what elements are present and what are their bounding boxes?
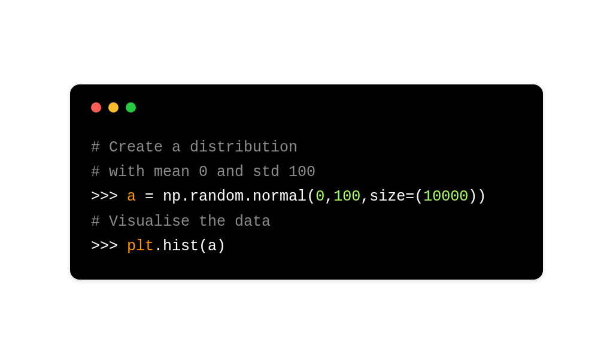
comment-line-1: # Create a distribution (91, 139, 298, 156)
number-literal: 0 (315, 188, 324, 205)
close-icon[interactable] (91, 102, 101, 113)
close-paren: ) (217, 238, 226, 255)
minimize-icon[interactable] (108, 102, 119, 113)
number-literal: 100 (333, 188, 360, 205)
comment-line-2: # with mean 0 and std 100 (91, 163, 315, 181)
number-literal: 10000 (423, 188, 468, 205)
dot-accessor: . (154, 238, 163, 255)
assign-operator: = (405, 188, 414, 205)
keyword-size: size (369, 188, 405, 205)
comment-line-3: # Visualise the data (91, 213, 271, 230)
repl-prompt: >>> (91, 188, 127, 205)
terminal-window: # Create a distribution # with mean 0 an… (70, 84, 543, 280)
comma-separator: , (324, 188, 333, 205)
maximize-icon[interactable] (126, 102, 136, 113)
open-paren: ( (199, 238, 208, 255)
module-plt: plt (127, 238, 154, 255)
method-normal: normal (253, 188, 306, 205)
dot-accessor: . (244, 188, 253, 205)
repl-prompt: >>> (91, 238, 127, 255)
close-paren: ) (468, 188, 477, 205)
variable-a: a (127, 188, 136, 205)
module-np: np (163, 188, 181, 205)
window-controls (91, 102, 522, 113)
open-paren: ( (414, 188, 423, 205)
method-hist: hist (163, 238, 199, 255)
comma-separator: , (360, 188, 369, 205)
code-area: # Create a distribution # with mean 0 an… (91, 135, 522, 259)
module-random: random (190, 188, 244, 205)
dot-accessor: . (181, 188, 190, 205)
open-paren: ( (306, 188, 315, 205)
assign-operator: = (136, 188, 163, 205)
close-paren: ) (477, 188, 486, 205)
variable-a: a (208, 238, 217, 255)
